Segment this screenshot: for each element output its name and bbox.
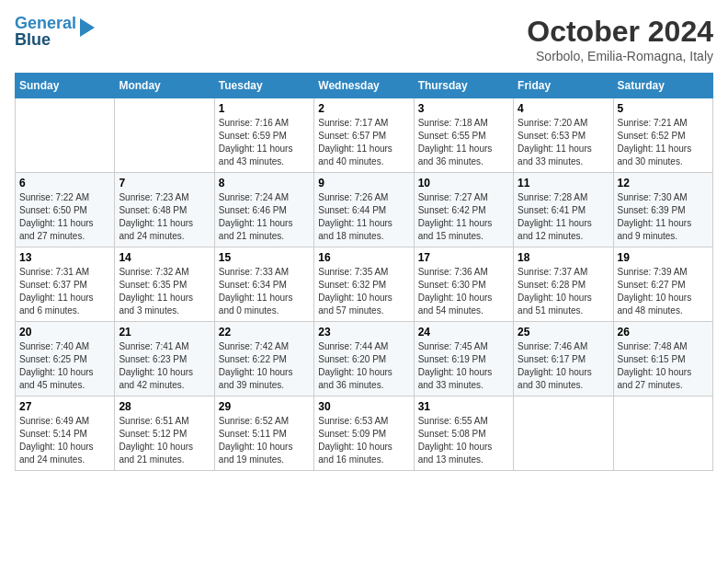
day-info: Sunrise: 7:16 AM Sunset: 6:59 PM Dayligh…: [219, 117, 310, 168]
day-number: 22: [219, 326, 310, 339]
calendar-day-header: Thursday: [414, 74, 513, 98]
calendar-cell: 18Sunrise: 7:37 AM Sunset: 6:28 PM Dayli…: [514, 247, 613, 322]
day-number: 27: [19, 400, 110, 413]
day-info: Sunrise: 7:26 AM Sunset: 6:44 PM Dayligh…: [318, 191, 409, 243]
location-subtitle: Sorbolo, Emilia-Romagna, Italy: [527, 49, 713, 63]
calendar-cell: 22Sunrise: 7:42 AM Sunset: 6:22 PM Dayli…: [214, 322, 313, 396]
day-number: 4: [518, 102, 609, 115]
day-number: 6: [19, 177, 110, 190]
calendar-cell: [16, 98, 115, 173]
day-number: 16: [318, 251, 409, 264]
calendar-week-row: 1Sunrise: 7:16 AM Sunset: 6:59 PM Daylig…: [16, 98, 713, 173]
day-number: 24: [418, 326, 509, 339]
calendar-week-row: 6Sunrise: 7:22 AM Sunset: 6:50 PM Daylig…: [16, 173, 713, 247]
title-block: October 2024 Sorbolo, Emilia-Romagna, It…: [527, 15, 713, 63]
day-info: Sunrise: 7:24 AM Sunset: 6:46 PM Dayligh…: [219, 191, 310, 243]
calendar-cell: 19Sunrise: 7:39 AM Sunset: 6:27 PM Dayli…: [613, 247, 712, 322]
calendar-week-row: 27Sunrise: 6:49 AM Sunset: 5:14 PM Dayli…: [16, 396, 713, 471]
calendar-day-header: Tuesday: [214, 74, 313, 98]
day-info: Sunrise: 7:35 AM Sunset: 6:32 PM Dayligh…: [318, 266, 409, 317]
day-number: 31: [418, 400, 509, 413]
calendar-cell: 17Sunrise: 7:36 AM Sunset: 6:30 PM Dayli…: [414, 247, 513, 322]
calendar-cell: 5Sunrise: 7:21 AM Sunset: 6:52 PM Daylig…: [613, 98, 712, 173]
day-number: 26: [618, 326, 709, 339]
logo-arrow-icon: [80, 18, 95, 37]
calendar-cell: 23Sunrise: 7:44 AM Sunset: 6:20 PM Dayli…: [314, 322, 414, 396]
calendar-cell: 28Sunrise: 6:51 AM Sunset: 5:12 PM Dayli…: [115, 396, 214, 471]
day-number: 28: [119, 400, 210, 413]
day-info: Sunrise: 7:21 AM Sunset: 6:52 PM Dayligh…: [618, 117, 709, 168]
calendar-cell: 6Sunrise: 7:22 AM Sunset: 6:50 PM Daylig…: [16, 173, 115, 247]
calendar-cell: 11Sunrise: 7:28 AM Sunset: 6:41 PM Dayli…: [514, 173, 613, 247]
calendar-day-header: Wednesday: [314, 74, 414, 98]
calendar-cell: 12Sunrise: 7:30 AM Sunset: 6:39 PM Dayli…: [613, 173, 712, 247]
calendar-cell: [613, 396, 712, 471]
day-info: Sunrise: 7:39 AM Sunset: 6:27 PM Dayligh…: [618, 266, 709, 317]
calendar-cell: [115, 98, 214, 173]
day-number: 30: [318, 400, 409, 413]
day-info: Sunrise: 7:46 AM Sunset: 6:17 PM Dayligh…: [518, 340, 609, 392]
calendar-day-header: Sunday: [16, 74, 115, 98]
calendar-cell: 30Sunrise: 6:53 AM Sunset: 5:09 PM Dayli…: [314, 396, 414, 471]
day-info: Sunrise: 7:31 AM Sunset: 6:37 PM Dayligh…: [19, 266, 110, 317]
day-info: Sunrise: 6:53 AM Sunset: 5:09 PM Dayligh…: [318, 415, 409, 466]
day-info: Sunrise: 7:44 AM Sunset: 6:20 PM Dayligh…: [318, 340, 409, 392]
day-info: Sunrise: 7:30 AM Sunset: 6:39 PM Dayligh…: [618, 191, 709, 243]
day-number: 14: [119, 251, 210, 264]
day-info: Sunrise: 7:23 AM Sunset: 6:48 PM Dayligh…: [119, 191, 210, 243]
page-header: General Blue October 2024 Sorbolo, Emili…: [15, 15, 713, 63]
day-number: 12: [618, 177, 709, 190]
day-info: Sunrise: 7:45 AM Sunset: 6:19 PM Dayligh…: [418, 340, 509, 392]
day-number: 29: [219, 400, 310, 413]
day-number: 20: [19, 326, 110, 339]
day-info: Sunrise: 6:55 AM Sunset: 5:08 PM Dayligh…: [418, 415, 509, 466]
calendar-cell: 25Sunrise: 7:46 AM Sunset: 6:17 PM Dayli…: [514, 322, 613, 396]
day-number: 17: [418, 251, 509, 264]
calendar-day-header: Friday: [514, 74, 613, 98]
day-number: 18: [518, 251, 609, 264]
day-number: 21: [119, 326, 210, 339]
day-info: Sunrise: 7:20 AM Sunset: 6:53 PM Dayligh…: [518, 117, 609, 168]
day-number: 25: [518, 326, 609, 339]
day-number: 19: [618, 251, 709, 264]
day-info: Sunrise: 7:42 AM Sunset: 6:22 PM Dayligh…: [219, 340, 310, 392]
day-info: Sunrise: 7:17 AM Sunset: 6:57 PM Dayligh…: [318, 117, 409, 168]
calendar-cell: [514, 396, 613, 471]
logo: General Blue: [15, 15, 95, 48]
calendar-cell: 21Sunrise: 7:41 AM Sunset: 6:23 PM Dayli…: [115, 322, 214, 396]
day-number: 8: [219, 177, 310, 190]
day-number: 23: [318, 326, 409, 339]
calendar-cell: 4Sunrise: 7:20 AM Sunset: 6:53 PM Daylig…: [514, 98, 613, 173]
day-info: Sunrise: 7:32 AM Sunset: 6:35 PM Dayligh…: [119, 266, 210, 317]
day-number: 9: [318, 177, 409, 190]
day-info: Sunrise: 6:49 AM Sunset: 5:14 PM Dayligh…: [19, 415, 110, 466]
calendar-cell: 13Sunrise: 7:31 AM Sunset: 6:37 PM Dayli…: [16, 247, 115, 322]
day-info: Sunrise: 7:41 AM Sunset: 6:23 PM Dayligh…: [119, 340, 210, 392]
calendar-header-row: SundayMondayTuesdayWednesdayThursdayFrid…: [16, 74, 713, 98]
day-number: 2: [318, 102, 409, 115]
day-info: Sunrise: 7:22 AM Sunset: 6:50 PM Dayligh…: [19, 191, 110, 243]
month-title: October 2024: [527, 15, 713, 49]
calendar-cell: 24Sunrise: 7:45 AM Sunset: 6:19 PM Dayli…: [414, 322, 513, 396]
day-number: 3: [418, 102, 509, 115]
calendar-cell: 31Sunrise: 6:55 AM Sunset: 5:08 PM Dayli…: [414, 396, 513, 471]
day-info: Sunrise: 7:33 AM Sunset: 6:34 PM Dayligh…: [219, 266, 310, 317]
calendar-cell: 20Sunrise: 7:40 AM Sunset: 6:25 PM Dayli…: [16, 322, 115, 396]
day-info: Sunrise: 7:40 AM Sunset: 6:25 PM Dayligh…: [19, 340, 110, 392]
calendar-cell: 27Sunrise: 6:49 AM Sunset: 5:14 PM Dayli…: [16, 396, 115, 471]
calendar-cell: 29Sunrise: 6:52 AM Sunset: 5:11 PM Dayli…: [214, 396, 313, 471]
day-number: 1: [219, 102, 310, 115]
calendar-day-header: Saturday: [613, 74, 712, 98]
calendar-week-row: 20Sunrise: 7:40 AM Sunset: 6:25 PM Dayli…: [16, 322, 713, 396]
day-info: Sunrise: 7:18 AM Sunset: 6:55 PM Dayligh…: [418, 117, 509, 168]
day-number: 13: [19, 251, 110, 264]
calendar-cell: 16Sunrise: 7:35 AM Sunset: 6:32 PM Dayli…: [314, 247, 414, 322]
day-info: Sunrise: 7:37 AM Sunset: 6:28 PM Dayligh…: [518, 266, 609, 317]
calendar-cell: 9Sunrise: 7:26 AM Sunset: 6:44 PM Daylig…: [314, 173, 414, 247]
calendar-cell: 2Sunrise: 7:17 AM Sunset: 6:57 PM Daylig…: [314, 98, 414, 173]
day-info: Sunrise: 7:27 AM Sunset: 6:42 PM Dayligh…: [418, 191, 509, 243]
calendar-cell: 14Sunrise: 7:32 AM Sunset: 6:35 PM Dayli…: [115, 247, 214, 322]
calendar-day-header: Monday: [115, 74, 214, 98]
logo-line2: Blue: [15, 31, 76, 48]
logo-line1: General: [15, 15, 76, 31]
